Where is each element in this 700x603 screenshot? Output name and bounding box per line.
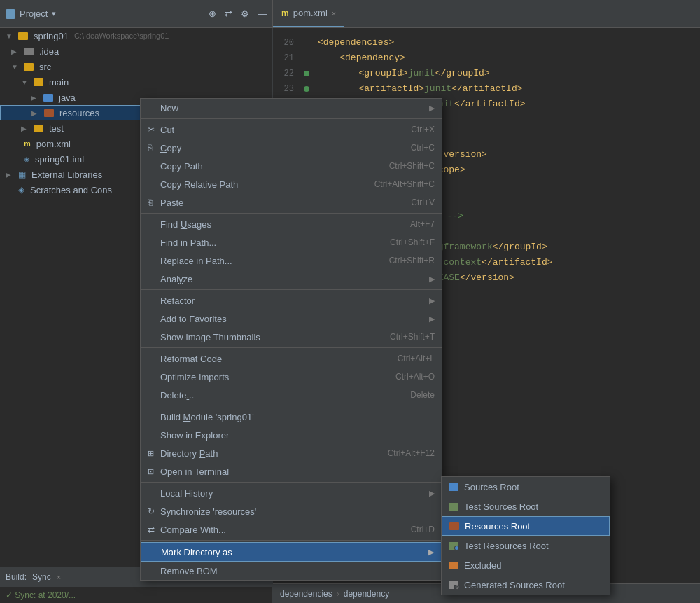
toolbar-minimize-icon[interactable]: — — [258, 8, 267, 19]
submenu-test-resources-root[interactable]: Test Resources Root — [442, 536, 610, 555]
paste-icon: ⎗ — [148, 197, 160, 207]
sync-tab[interactable]: Sync — [32, 572, 51, 582]
menu-item-copy-relative[interactable]: Copy Relative Path Ctrl+Alt+Shift+C — [141, 175, 442, 193]
ext-lib-icon: ▦ — [18, 169, 26, 179]
pom-tab-close[interactable]: × — [332, 9, 336, 18]
menu-new-arrow: ▶ — [429, 104, 435, 113]
menu-copy-relative-shortcut: Ctrl+Alt+Shift+C — [374, 179, 435, 189]
breadcrumb-dependencies[interactable]: dependencies — [280, 589, 332, 599]
menu-delete-shortcut: Delete — [410, 390, 435, 400]
menu-item-find-usages[interactable]: Find Usages Alt+F7 — [141, 215, 442, 233]
menu-copy-label: Copy — [160, 143, 411, 153]
tree-root[interactable]: ▼ spring01 C:\IdeaWorkspace\spring01 — [0, 28, 272, 43]
idea-label: .idea — [39, 46, 59, 57]
sync-close[interactable]: × — [57, 573, 61, 581]
menu-item-refactor[interactable]: Refactor ▶ — [141, 291, 442, 310]
toolbar-settings-icon[interactable]: ⚙ — [241, 8, 249, 19]
menu-item-local-history[interactable]: Local History ▶ — [141, 484, 442, 502]
menu-delete-label: Delete... — [160, 390, 410, 401]
pom-tab-label: pom.xml — [293, 8, 328, 18]
tree-src[interactable]: ▼ src — [0, 59, 272, 74]
menu-item-reformat[interactable]: Reformat Code Ctrl+Alt+L — [141, 349, 442, 368]
menu-item-find-path[interactable]: Find in Path... Ctrl+Shift+F — [141, 233, 442, 251]
menu-item-copy[interactable]: ⎘ Copy Ctrl+C — [141, 139, 442, 157]
menu-item-analyze[interactable]: Analyze ▶ — [141, 270, 442, 288]
project-dropdown-arrow[interactable]: ▾ — [52, 9, 56, 18]
build-label: Build: — [6, 572, 27, 582]
submenu-resources-root[interactable]: Resources Root — [442, 516, 610, 536]
tree-idea[interactable]: ▶ .idea — [0, 43, 272, 59]
main-folder-icon — [34, 78, 43, 86]
idea-folder-icon — [24, 48, 34, 55]
menu-item-replace-path[interactable]: Replace in Path... Ctrl+Shift+R — [141, 251, 442, 270]
menu-compare-label: Compare With... — [160, 525, 411, 535]
resources-label: resources — [59, 108, 99, 118]
menu-analyze-arrow: ▶ — [429, 275, 435, 284]
copy-icon: ⎘ — [148, 143, 160, 153]
editor-line-20: 20 <dependencies> — [273, 35, 700, 50]
main-label: main — [49, 77, 69, 88]
menu-explorer-label: Show in Explorer — [160, 430, 435, 441]
editor-line-22: 22 <groupId>junit</groupId> — [273, 66, 700, 81]
iml-file-icon: ◈ — [24, 155, 29, 164]
menu-item-build[interactable]: Build Module 'spring01' — [141, 408, 442, 426]
submenu-generated-sources[interactable]: ⚙ Generated Sources Root — [442, 575, 610, 595]
menu-item-favorites[interactable]: Add to Favorites ▶ — [141, 310, 442, 328]
menu-item-optimize[interactable]: Optimize Imports Ctrl+Alt+O — [141, 368, 442, 386]
project-icon — [6, 9, 15, 19]
root-label: spring01 — [34, 31, 69, 41]
menu-new-label: New — [160, 103, 429, 113]
terminal-icon: ⊡ — [148, 467, 160, 476]
project-panel-header: Project ▾ ⊕ ⇄ ⚙ — — [0, 0, 273, 27]
menu-thumbnails-shortcut: Ctrl+Shift+T — [390, 332, 435, 342]
src-label: src — [39, 62, 51, 72]
pom-label: pom.xml — [36, 139, 71, 149]
menu-mark-dir-arrow: ▶ — [428, 548, 434, 557]
submenu-mark-directory: Sources Root Test Sources Root Resources… — [441, 476, 610, 595]
menu-item-cut[interactable]: ✂ Cut Ctrl+X — [141, 120, 442, 139]
tree-main[interactable]: ▼ main — [0, 74, 272, 90]
menu-build-label: Build Module 'spring01' — [160, 412, 435, 422]
menu-replace-path-label: Replace in Path... — [160, 256, 389, 266]
menu-refactor-label: Refactor — [160, 296, 429, 306]
breadcrumb-dependency[interactable]: dependency — [344, 589, 389, 599]
menu-item-paste[interactable]: ⎗ Paste Ctrl+V — [141, 193, 442, 212]
menu-cut-shortcut: Ctrl+X — [411, 125, 435, 134]
pom-file-icon: m — [24, 139, 31, 148]
menu-item-terminal[interactable]: ⊡ Open in Terminal — [141, 462, 442, 480]
menu-dir-path-label: Directory Path — [160, 448, 388, 459]
menu-item-delete[interactable]: Delete... Delete — [141, 386, 442, 404]
menu-item-new[interactable]: New ▶ — [141, 99, 442, 117]
menu-paste-label: Paste — [160, 197, 411, 208]
menu-analyze-label: Analyze — [160, 274, 429, 284]
menu-item-synchronize[interactable]: ↻ Synchronize 'resources' — [141, 502, 442, 520]
java-folder-icon — [43, 94, 53, 102]
menu-local-history-label: Local History — [160, 488, 429, 499]
menu-item-mark-directory[interactable]: Mark Directory as ▶ — [141, 542, 442, 562]
toolbar-globe-icon[interactable]: ⊕ — [209, 8, 216, 19]
menu-dir-path-shortcut: Ctrl+Alt+F12 — [388, 448, 435, 458]
submenu-sources-root[interactable]: Sources Root — [442, 477, 610, 497]
menu-refactor-arrow: ▶ — [429, 296, 435, 305]
editor-line-21: 21 <dependency> — [273, 50, 700, 66]
root-folder-icon — [18, 32, 28, 40]
pom-xml-tab[interactable]: m pom.xml × — [273, 0, 344, 27]
generated-sources-label: Generated Sources Root — [464, 580, 565, 590]
menu-item-copy-path[interactable]: Copy Path Ctrl+Shift+C — [141, 157, 442, 175]
toolbar-sync-icon[interactable]: ⇄ — [225, 8, 232, 19]
menu-item-thumbnails[interactable]: Show Image Thumbnails Ctrl+Shift+T — [141, 328, 442, 346]
submenu-excluded[interactable]: Excluded — [442, 555, 610, 575]
test-folder-icon — [34, 125, 43, 132]
gutter-mark-22 — [304, 71, 309, 76]
cut-icon: ✂ — [148, 125, 160, 134]
menu-replace-path-shortcut: Ctrl+Shift+R — [389, 256, 435, 265]
menu-item-compare[interactable]: ⇄ Compare With... Ctrl+D — [141, 520, 442, 539]
submenu-test-sources-root[interactable]: Test Sources Root — [442, 497, 610, 516]
menu-item-remove-bom[interactable]: Remove BOM — [141, 562, 442, 580]
menu-sync-label: Synchronize 'resources' — [160, 506, 435, 517]
menu-copy-relative-label: Copy Relative Path — [160, 179, 374, 190]
menu-sep-4 — [141, 347, 442, 348]
menu-item-dir-path[interactable]: ⊞ Directory Path Ctrl+Alt+F12 — [141, 444, 442, 462]
excluded-icon — [449, 562, 458, 569]
menu-item-explorer[interactable]: Show in Explorer — [141, 426, 442, 444]
